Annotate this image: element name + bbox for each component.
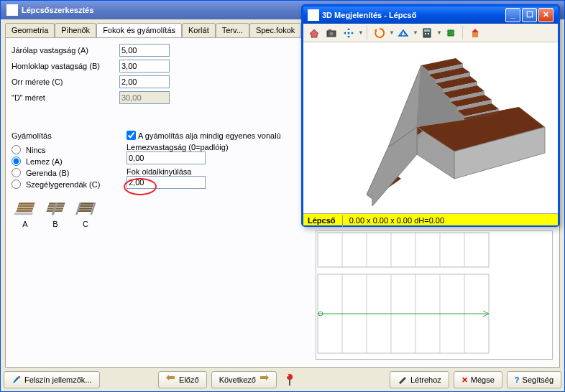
svg-rect-25 bbox=[78, 210, 92, 213]
viewer-3d-window: 3D Megjelenítés - Lépcső _ ☐ ✕ ▼ ▼ ▼ ▼ bbox=[301, 4, 560, 227]
viewer-app-icon bbox=[308, 9, 319, 21]
build-icon[interactable] bbox=[467, 25, 482, 40]
home-icon[interactable] bbox=[306, 25, 321, 40]
d-input bbox=[119, 91, 170, 104]
tab-pihenok[interactable]: Pihenők bbox=[55, 23, 96, 37]
szegely-label: Szegélygerendák (C) bbox=[26, 180, 100, 189]
svg-rect-44 bbox=[18, 376, 20, 378]
svg-rect-14 bbox=[18, 205, 35, 207]
kovetkezo-label: Következő bbox=[219, 375, 256, 384]
tab-geometria[interactable]: Geometria bbox=[5, 23, 55, 37]
svg-point-47 bbox=[287, 375, 289, 377]
pin-icon[interactable] bbox=[281, 373, 298, 387]
calc-dropdown-icon[interactable]: ▼ bbox=[436, 29, 441, 36]
pattern-c-label: C bbox=[72, 220, 99, 228]
pattern-c-icon[interactable] bbox=[73, 198, 98, 218]
svg-rect-16 bbox=[16, 210, 32, 213]
next-icon bbox=[259, 375, 269, 385]
svg-rect-13 bbox=[19, 202, 35, 205]
prev-icon bbox=[166, 375, 176, 385]
nincs-label: Nincs bbox=[26, 146, 46, 154]
rotate-dropdown-icon[interactable]: ▼ bbox=[389, 29, 393, 36]
help-icon: ? bbox=[515, 375, 520, 384]
move-icon[interactable] bbox=[341, 25, 356, 40]
orr-input[interactable] bbox=[119, 75, 170, 88]
maximize-button[interactable]: ☐ bbox=[522, 8, 537, 22]
minimize-button[interactable]: _ bbox=[505, 8, 520, 22]
kovetkezo-button[interactable]: Következő bbox=[211, 371, 277, 388]
homloklap-input[interactable] bbox=[119, 60, 170, 73]
orr-label: Orr mérete (C) bbox=[12, 78, 119, 86]
segitseg-button[interactable]: ? Segítség bbox=[507, 371, 561, 388]
viewer-statusbar: Lépcső 0.00 x 0.00 x 0.00 dH=0.00 bbox=[303, 213, 558, 225]
gerenda-label: Gerenda (B) bbox=[26, 169, 70, 177]
gerenda-radio[interactable] bbox=[12, 168, 21, 177]
svg-rect-63 bbox=[472, 32, 478, 37]
viewer-canvas[interactable] bbox=[303, 42, 558, 213]
pattern-b-label: B bbox=[42, 220, 69, 228]
brush-icon bbox=[12, 374, 22, 386]
bottom-button-bar: Felszín jellemzők... Előző Következő Lét… bbox=[4, 371, 561, 388]
d-label: "D" méret bbox=[12, 93, 119, 102]
tab-korlat[interactable]: Korlát bbox=[182, 23, 216, 37]
megse-label: Mégse bbox=[471, 375, 495, 384]
svg-rect-24 bbox=[78, 207, 93, 210]
szegely-radio[interactable] bbox=[12, 179, 21, 189]
tab-fokok[interactable]: Fokok és gyámolítás bbox=[96, 23, 182, 37]
viewer-status-dim: 0.00 x 0.00 x 0.00 dH=0.00 bbox=[349, 216, 444, 225]
camera-icon[interactable] bbox=[323, 25, 339, 40]
felszin-button[interactable]: Felszín jellemzők... bbox=[4, 371, 100, 388]
felszin-label: Felszín jellemzők... bbox=[24, 375, 92, 384]
letrehoz-button[interactable]: Létrehoz bbox=[390, 371, 449, 388]
app-icon bbox=[6, 4, 18, 16]
dimension-fields: Járólap vastagság (A) Homloklap vastagsá… bbox=[12, 44, 191, 116]
elozo-button[interactable]: Előző bbox=[158, 371, 207, 388]
pencil-icon bbox=[398, 374, 408, 386]
svg-rect-23 bbox=[79, 205, 93, 207]
close-button[interactable]: ✕ bbox=[538, 8, 553, 22]
svg-point-49 bbox=[329, 32, 333, 35]
svg-rect-28 bbox=[318, 233, 489, 267]
viewer-title: 3D Megjelenítés - Lépcső bbox=[322, 11, 416, 19]
svg-point-51 bbox=[347, 32, 349, 34]
lemezvastagsag-input[interactable] bbox=[127, 151, 206, 164]
homloklap-label: Homloklap vastagság (B) bbox=[12, 62, 119, 70]
chip-icon[interactable] bbox=[443, 25, 458, 40]
svg-rect-15 bbox=[17, 207, 34, 210]
lemez-radio[interactable] bbox=[12, 157, 21, 166]
svg-rect-58 bbox=[448, 30, 454, 36]
tab-specfokok[interactable]: Spec.fokok bbox=[249, 23, 301, 37]
megse-button[interactable]: ✕ Mégse bbox=[454, 371, 502, 388]
rotate-icon[interactable] bbox=[372, 25, 387, 40]
viewer-status-label: Lépcső bbox=[308, 216, 336, 225]
pattern-b-icon[interactable] bbox=[43, 198, 68, 218]
nincs-radio[interactable] bbox=[12, 145, 21, 154]
calculator-icon[interactable] bbox=[419, 25, 434, 40]
view-perspective-icon[interactable] bbox=[395, 25, 410, 40]
view-dropdown-icon[interactable]: ▼ bbox=[413, 29, 417, 36]
pattern-a-label: A bbox=[12, 220, 39, 228]
viewer-titlebar[interactable]: 3D Megjelenítés - Lépcső _ ☐ ✕ bbox=[303, 6, 558, 24]
egyenes-vonal-label: A gyámolítás alja mindig egyenes vonalú bbox=[138, 131, 281, 140]
viewer-toolbar: ▼ ▼ ▼ ▼ bbox=[303, 24, 558, 42]
pattern-a-icon[interactable] bbox=[13, 198, 37, 218]
egyenes-vonal-checkbox[interactable] bbox=[127, 131, 136, 140]
lemez-label: Lemez (A) bbox=[26, 157, 63, 166]
svg-rect-50 bbox=[329, 29, 331, 32]
svg-rect-57 bbox=[428, 33, 429, 34]
tab-terv[interactable]: Terv... bbox=[216, 23, 249, 37]
svg-rect-22 bbox=[80, 202, 94, 205]
gyamolitas-group-label: Gyámolítás bbox=[12, 131, 127, 140]
main-title: Lépcsőszerkesztés bbox=[22, 6, 93, 14]
stair-plan-view bbox=[316, 230, 553, 360]
move-dropdown-icon[interactable]: ▼ bbox=[358, 29, 362, 36]
elozo-label: Előző bbox=[179, 375, 199, 384]
svg-rect-55 bbox=[424, 29, 430, 32]
cancel-icon: ✕ bbox=[461, 375, 468, 385]
jarolap-input[interactable] bbox=[119, 44, 170, 57]
letrehoz-label: Létrehoz bbox=[410, 375, 441, 384]
jarolap-label: Járólap vastagság (A) bbox=[12, 46, 119, 55]
svg-rect-56 bbox=[425, 33, 426, 34]
fok-oldal-input[interactable] bbox=[127, 176, 206, 189]
segitseg-label: Segítség bbox=[523, 375, 553, 384]
